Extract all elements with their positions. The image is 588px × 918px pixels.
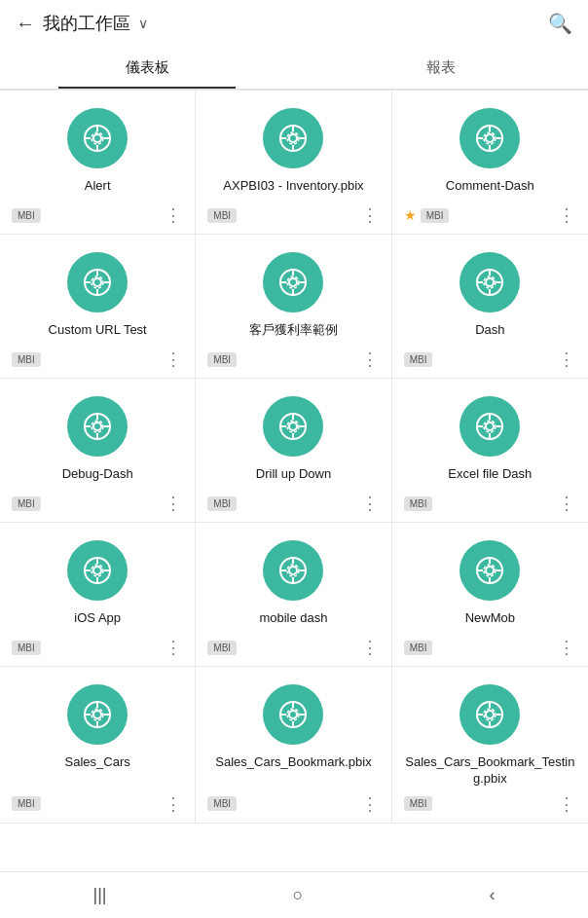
card-name: mobile dash — [259, 610, 327, 627]
badge-row: MBI — [12, 796, 41, 811]
dashboard-card-ios-app[interactable]: iOS AppMBI⋮ — [0, 523, 196, 667]
dashboard-card-comment-dash[interactable]: Comment-Dash★MBI⋮ — [392, 91, 588, 235]
dashboard-card-debug-dash[interactable]: Debug-DashMBI⋮ — [0, 379, 196, 523]
card-footer: MBI⋮ — [207, 350, 379, 368]
more-options-icon[interactable]: ⋮ — [361, 206, 380, 224]
badge-row: MBI — [207, 352, 237, 367]
badge-row: MBI — [207, 208, 237, 223]
card-footer: ★MBI⋮ — [404, 206, 576, 224]
mbi-badge: MBI — [404, 496, 433, 511]
tab-reports[interactable]: 報表 — [294, 47, 588, 89]
badge-row: MBI — [207, 796, 237, 811]
menu-nav-icon[interactable]: ||| — [93, 885, 107, 905]
svg-point-36 — [486, 278, 494, 286]
svg-point-50 — [289, 422, 297, 430]
mbi-badge: MBI — [207, 352, 237, 367]
more-options-icon[interactable]: ⋮ — [165, 206, 183, 224]
dashboard-icon — [67, 252, 128, 312]
app-header: ← 我的工作區 ∨ 🔍 — [0, 0, 588, 47]
badge-row: MBI — [12, 641, 41, 655]
more-options-icon[interactable]: ⋮ — [558, 495, 576, 512]
more-options-icon[interactable]: ⋮ — [165, 495, 183, 512]
more-options-icon[interactable]: ⋮ — [361, 350, 380, 368]
mbi-badge: MBI — [404, 641, 433, 655]
dashboard-card-newmob[interactable]: NewMobMBI⋮ — [392, 523, 588, 667]
dashboard-card-axpbi03[interactable]: AXPBI03 - Inventory.pbixMBI⋮ — [196, 91, 391, 235]
dashboard-grid: AlertMBI⋮ AXPBI03 - Inventory.pbixMBI⋮ C… — [0, 90, 588, 824]
card-footer: MBI⋮ — [207, 495, 379, 512]
dashboard-icon — [67, 108, 128, 168]
card-name: Sales_Cars — [65, 754, 130, 771]
more-options-icon[interactable]: ⋮ — [361, 639, 380, 656]
more-options-icon[interactable]: ⋮ — [558, 639, 576, 656]
dashboard-card-sales-cars-bookmark[interactable]: Sales_Cars_Bookmark.pbixMBI⋮ — [196, 667, 391, 824]
dashboard-icon — [459, 252, 520, 312]
more-options-icon[interactable]: ⋮ — [165, 639, 183, 656]
home-nav-icon[interactable]: ○ — [293, 885, 304, 905]
card-name: 客戶獲利率範例 — [249, 322, 338, 339]
header-left: ← 我的工作區 ∨ — [16, 12, 148, 35]
dashboard-icon — [263, 108, 323, 168]
card-footer: MBI⋮ — [404, 350, 576, 368]
more-options-icon[interactable]: ⋮ — [558, 206, 576, 224]
dashboard-card-sales-cars[interactable]: Sales_CarsMBI⋮ — [0, 667, 196, 824]
card-footer: MBI⋮ — [12, 495, 183, 512]
more-options-icon[interactable]: ⋮ — [558, 795, 576, 813]
card-footer: MBI⋮ — [12, 639, 183, 656]
more-options-icon[interactable]: ⋮ — [558, 350, 576, 368]
tab-bar: 儀表板 報表 — [0, 47, 588, 90]
dashboard-icon — [263, 252, 323, 312]
dashboard-icon — [263, 540, 323, 601]
bottom-navigation: ||| ○ ‹ — [0, 871, 588, 918]
badge-row: MBI — [404, 352, 433, 367]
badge-row: MBI — [404, 796, 433, 811]
dashboard-card-customer-example[interactable]: 客戶獲利率範例MBI⋮ — [196, 235, 391, 379]
dashboard-card-sales-cars-bookmark-test[interactable]: Sales_Cars_Bookmark_Testing.pbixMBI⋮ — [392, 667, 588, 824]
mbi-badge: MBI — [12, 641, 41, 655]
dashboard-icon — [459, 684, 520, 745]
mbi-badge: MBI — [421, 208, 450, 223]
more-options-icon[interactable]: ⋮ — [165, 350, 183, 368]
badge-row: ★MBI — [404, 207, 450, 223]
card-footer: MBI⋮ — [404, 639, 576, 656]
more-options-icon[interactable]: ⋮ — [165, 795, 183, 813]
badge-row: MBI — [207, 496, 237, 511]
badge-row: MBI — [207, 641, 237, 655]
svg-point-22 — [93, 278, 101, 286]
badge-row: MBI — [12, 352, 41, 367]
more-options-icon[interactable]: ⋮ — [361, 795, 380, 813]
mbi-badge: MBI — [207, 796, 237, 811]
tab-dashboards[interactable]: 儀表板 — [0, 47, 294, 89]
more-options-icon[interactable]: ⋮ — [361, 495, 380, 512]
mbi-badge: MBI — [207, 208, 237, 223]
mbi-badge: MBI — [404, 796, 433, 811]
svg-point-43 — [93, 422, 101, 430]
back-nav-icon[interactable]: ‹ — [489, 885, 495, 905]
card-footer: MBI⋮ — [207, 206, 379, 224]
svg-point-15 — [486, 134, 494, 142]
card-footer: MBI⋮ — [207, 795, 379, 813]
mbi-badge: MBI — [12, 208, 41, 223]
badge-row: MBI — [12, 496, 41, 511]
card-name: Excel file Dash — [448, 466, 532, 483]
dashboard-icon — [263, 684, 323, 745]
card-name: iOS App — [74, 610, 121, 627]
dashboard-card-drill-up-down[interactable]: Drill up DownMBI⋮ — [196, 379, 391, 523]
dashboard-card-alert[interactable]: AlertMBI⋮ — [0, 91, 196, 235]
back-icon[interactable]: ← — [16, 13, 35, 35]
card-name: Dash — [475, 322, 504, 339]
card-name: AXPBI03 - Inventory.pbix — [223, 178, 363, 195]
chevron-down-icon[interactable]: ∨ — [138, 16, 148, 31]
card-name: Drill up Down — [256, 466, 331, 483]
dashboard-icon — [67, 684, 128, 745]
mbi-badge: MBI — [12, 352, 41, 367]
card-footer: MBI⋮ — [404, 495, 576, 512]
dashboard-card-mobile-dash[interactable]: mobile dashMBI⋮ — [196, 523, 391, 667]
dashboard-card-dash[interactable]: DashMBI⋮ — [392, 235, 588, 379]
card-footer: MBI⋮ — [12, 206, 183, 224]
dashboard-card-excel-file-dash[interactable]: Excel file DashMBI⋮ — [392, 379, 588, 523]
svg-point-92 — [289, 711, 297, 718]
search-icon[interactable]: 🔍 — [548, 12, 572, 35]
dashboard-card-custom-url-test[interactable]: Custom URL TestMBI⋮ — [0, 235, 196, 379]
card-name: Debug-Dash — [62, 466, 133, 483]
